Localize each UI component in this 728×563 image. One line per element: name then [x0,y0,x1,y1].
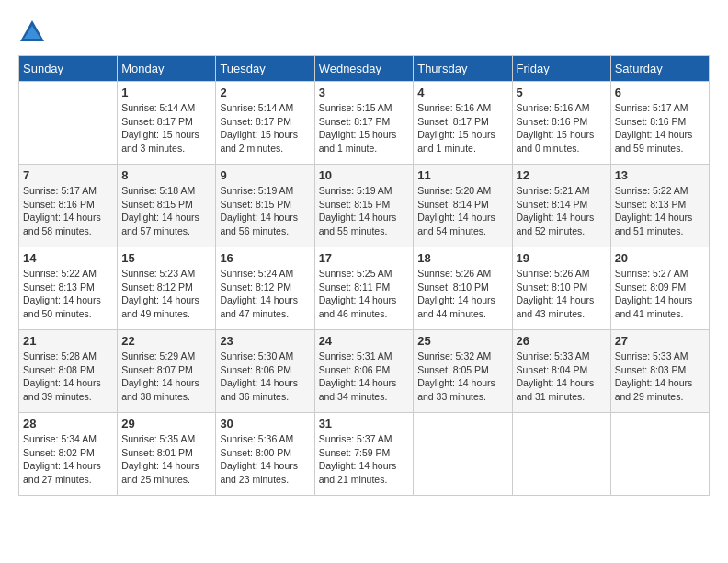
calendar-week-row: 14Sunrise: 5:22 AMSunset: 8:13 PMDayligh… [19,247,710,330]
day-info: Sunrise: 5:26 AMSunset: 8:10 PMDaylight:… [417,267,507,321]
calendar-cell: 22Sunrise: 5:29 AMSunset: 8:07 PMDayligh… [118,330,216,413]
day-number: 25 [417,334,507,348]
logo-icon [18,18,46,46]
calendar-cell: 29Sunrise: 5:35 AMSunset: 8:01 PMDayligh… [118,413,216,496]
day-number: 21 [23,334,113,348]
calendar-cell: 20Sunrise: 5:27 AMSunset: 8:09 PMDayligh… [610,247,709,330]
calendar-cell: 14Sunrise: 5:22 AMSunset: 8:13 PMDayligh… [19,247,118,330]
calendar-cell: 3Sunrise: 5:15 AMSunset: 8:17 PMDaylight… [314,82,414,165]
day-number: 11 [417,168,507,182]
day-info: Sunrise: 5:30 AMSunset: 8:06 PMDaylight:… [220,350,310,404]
day-number: 7 [23,168,113,182]
calendar-week-row: 1Sunrise: 5:14 AMSunset: 8:17 PMDaylight… [19,82,710,165]
calendar-cell [610,413,709,496]
calendar-cell: 26Sunrise: 5:33 AMSunset: 8:04 PMDayligh… [512,330,610,413]
logo [18,18,50,46]
column-header-sunday: Sunday [19,56,118,82]
day-number: 19 [517,251,607,265]
calendar-week-row: 7Sunrise: 5:17 AMSunset: 8:16 PMDaylight… [19,165,710,247]
calendar-cell: 19Sunrise: 5:26 AMSunset: 8:10 PMDayligh… [512,247,610,330]
day-number: 15 [121,251,211,265]
day-info: Sunrise: 5:14 AMSunset: 8:17 PMDaylight:… [121,101,211,155]
day-number: 10 [319,168,410,182]
calendar-cell: 15Sunrise: 5:23 AMSunset: 8:12 PMDayligh… [118,247,216,330]
column-header-saturday: Saturday [610,56,709,82]
day-number: 18 [417,251,507,265]
column-header-wednesday: Wednesday [314,56,414,82]
day-number: 14 [23,251,113,265]
calendar-week-row: 21Sunrise: 5:28 AMSunset: 8:08 PMDayligh… [19,330,710,413]
day-number: 6 [615,86,705,99]
day-info: Sunrise: 5:19 AMSunset: 8:15 PMDaylight:… [220,184,310,238]
day-info: Sunrise: 5:37 AMSunset: 7:59 PMDaylight:… [319,432,410,487]
day-number: 31 [319,417,410,431]
day-info: Sunrise: 5:18 AMSunset: 8:15 PMDaylight:… [121,184,211,238]
calendar-cell: 27Sunrise: 5:33 AMSunset: 8:03 PMDayligh… [610,330,709,413]
column-header-tuesday: Tuesday [216,56,314,82]
day-info: Sunrise: 5:20 AMSunset: 8:14 PMDaylight:… [417,184,507,238]
calendar-cell [19,82,118,165]
calendar-cell: 4Sunrise: 5:16 AMSunset: 8:17 PMDaylight… [414,82,512,165]
day-number: 17 [319,251,410,265]
calendar-cell: 25Sunrise: 5:32 AMSunset: 8:05 PMDayligh… [414,330,512,413]
day-number: 4 [417,86,507,99]
day-info: Sunrise: 5:22 AMSunset: 8:13 PMDaylight:… [23,267,113,321]
calendar-cell: 9Sunrise: 5:19 AMSunset: 8:15 PMDaylight… [216,165,314,247]
calendar-cell: 12Sunrise: 5:21 AMSunset: 8:14 PMDayligh… [512,165,610,247]
day-number: 28 [23,417,113,431]
day-info: Sunrise: 5:33 AMSunset: 8:03 PMDaylight:… [615,350,705,404]
calendar-cell: 31Sunrise: 5:37 AMSunset: 7:59 PMDayligh… [314,413,414,496]
day-info: Sunrise: 5:16 AMSunset: 8:17 PMDaylight:… [417,101,507,155]
calendar-week-row: 28Sunrise: 5:34 AMSunset: 8:02 PMDayligh… [19,413,710,496]
day-info: Sunrise: 5:19 AMSunset: 8:15 PMDaylight:… [319,184,410,238]
calendar-cell: 17Sunrise: 5:25 AMSunset: 8:11 PMDayligh… [314,247,414,330]
day-number: 27 [615,334,705,348]
day-info: Sunrise: 5:36 AMSunset: 8:00 PMDaylight:… [220,432,310,487]
calendar-cell: 6Sunrise: 5:17 AMSunset: 8:16 PMDaylight… [610,82,709,165]
day-info: Sunrise: 5:34 AMSunset: 8:02 PMDaylight:… [23,432,113,487]
day-info: Sunrise: 5:17 AMSunset: 8:16 PMDaylight:… [23,184,113,238]
day-number: 16 [220,251,310,265]
day-number: 30 [220,417,310,431]
day-info: Sunrise: 5:32 AMSunset: 8:05 PMDaylight:… [417,350,507,404]
calendar-cell [512,413,610,496]
day-number: 13 [615,168,705,182]
calendar-cell: 5Sunrise: 5:16 AMSunset: 8:16 PMDaylight… [512,82,610,165]
day-info: Sunrise: 5:16 AMSunset: 8:16 PMDaylight:… [517,101,607,155]
calendar-table: SundayMondayTuesdayWednesdayThursdayFrid… [18,55,710,496]
page-header [18,18,710,46]
calendar-cell: 1Sunrise: 5:14 AMSunset: 8:17 PMDaylight… [118,82,216,165]
calendar-cell: 8Sunrise: 5:18 AMSunset: 8:15 PMDaylight… [118,165,216,247]
calendar-cell: 23Sunrise: 5:30 AMSunset: 8:06 PMDayligh… [216,330,314,413]
day-number: 1 [121,86,211,99]
day-info: Sunrise: 5:25 AMSunset: 8:11 PMDaylight:… [319,267,410,321]
day-number: 12 [517,168,607,182]
calendar-cell: 28Sunrise: 5:34 AMSunset: 8:02 PMDayligh… [19,413,118,496]
day-info: Sunrise: 5:28 AMSunset: 8:08 PMDaylight:… [23,350,113,404]
day-number: 29 [121,417,211,431]
day-info: Sunrise: 5:23 AMSunset: 8:12 PMDaylight:… [121,267,211,321]
calendar-cell: 13Sunrise: 5:22 AMSunset: 8:13 PMDayligh… [610,165,709,247]
day-number: 5 [517,86,607,99]
day-info: Sunrise: 5:22 AMSunset: 8:13 PMDaylight:… [615,184,705,238]
day-number: 2 [220,86,310,99]
day-number: 23 [220,334,310,348]
day-number: 9 [220,168,310,182]
calendar-cell: 11Sunrise: 5:20 AMSunset: 8:14 PMDayligh… [414,165,512,247]
day-info: Sunrise: 5:15 AMSunset: 8:17 PMDaylight:… [319,101,410,155]
day-info: Sunrise: 5:17 AMSunset: 8:16 PMDaylight:… [615,101,705,155]
calendar-cell: 30Sunrise: 5:36 AMSunset: 8:00 PMDayligh… [216,413,314,496]
calendar-cell [414,413,512,496]
calendar-cell: 7Sunrise: 5:17 AMSunset: 8:16 PMDaylight… [19,165,118,247]
calendar-cell: 24Sunrise: 5:31 AMSunset: 8:06 PMDayligh… [314,330,414,413]
day-info: Sunrise: 5:33 AMSunset: 8:04 PMDaylight:… [517,350,607,404]
day-info: Sunrise: 5:26 AMSunset: 8:10 PMDaylight:… [517,267,607,321]
calendar-cell: 2Sunrise: 5:14 AMSunset: 8:17 PMDaylight… [216,82,314,165]
column-header-monday: Monday [118,56,216,82]
calendar-cell: 16Sunrise: 5:24 AMSunset: 8:12 PMDayligh… [216,247,314,330]
day-number: 22 [121,334,211,348]
day-info: Sunrise: 5:31 AMSunset: 8:06 PMDaylight:… [319,350,410,404]
day-number: 20 [615,251,705,265]
day-info: Sunrise: 5:29 AMSunset: 8:07 PMDaylight:… [121,350,211,404]
day-number: 3 [319,86,410,99]
